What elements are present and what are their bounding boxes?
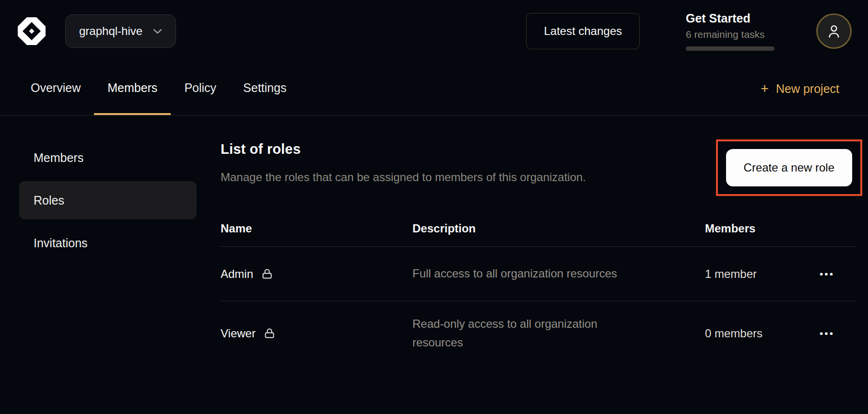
page-subtitle: Manage the roles that can be assigned to…	[221, 171, 586, 184]
sidebar-item-members-label: Members	[34, 151, 83, 165]
row-menu-button[interactable]: •••	[818, 268, 856, 280]
user-menu-button[interactable]	[816, 13, 852, 49]
roles-heading-block: List of roles Manage the roles that can …	[221, 134, 586, 184]
sidebar-item-invitations[interactable]: Invitations	[19, 224, 197, 262]
tab-settings-label: Settings	[243, 81, 286, 95]
column-header-description: Description	[412, 222, 705, 235]
get-started-progress-bar	[686, 46, 774, 51]
plus-icon: +	[761, 82, 769, 96]
chevron-down-icon	[153, 29, 162, 34]
get-started-widget[interactable]: Get Started 6 remaining tasks	[686, 12, 778, 51]
get-started-remaining-tasks: 6 remaining tasks	[686, 29, 778, 40]
hive-logo[interactable]	[16, 16, 47, 46]
tab-overview[interactable]: Overview	[17, 62, 94, 115]
table-row-admin: Admin Full access to all organization re…	[221, 247, 856, 301]
annotation-highlight-box: Create a new role	[716, 139, 862, 196]
org-selector-label: graphql-hive	[79, 24, 142, 38]
members-subnav: Members Roles Invitations	[19, 115, 197, 414]
top-bar: graphql-hive Latest changes Get Started …	[0, 0, 868, 62]
sidebar-item-roles-label: Roles	[34, 194, 64, 207]
tab-policy-label: Policy	[184, 81, 216, 95]
role-name: Viewer	[221, 327, 256, 340]
lock-icon	[261, 268, 273, 280]
latest-changes-button[interactable]: Latest changes	[526, 13, 640, 49]
tab-settings[interactable]: Settings	[230, 62, 300, 115]
roles-table: Name Description Members Admin Full acce…	[221, 210, 856, 365]
create-role-button[interactable]: Create a new role	[726, 149, 852, 186]
org-selector-dropdown[interactable]: graphql-hive	[65, 14, 176, 48]
sidebar-item-roles[interactable]: Roles	[19, 181, 197, 219]
new-project-button[interactable]: + New project	[761, 82, 839, 96]
tab-members-label: Members	[107, 81, 157, 95]
user-icon	[825, 23, 843, 40]
get-started-title: Get Started	[686, 12, 778, 25]
new-project-label: New project	[776, 82, 839, 96]
tab-members[interactable]: Members	[94, 62, 171, 115]
tab-policy[interactable]: Policy	[171, 62, 230, 115]
sidebar-item-members[interactable]: Members	[19, 138, 197, 177]
tab-overview-label: Overview	[31, 81, 81, 95]
role-description: Full access to all organization resource…	[412, 264, 638, 283]
column-header-members: Members	[705, 222, 818, 235]
content-area: Members Roles Invitations List of roles …	[0, 115, 868, 414]
org-tabs: Overview Members Policy Settings + New p…	[0, 62, 868, 115]
role-name: Admin	[221, 267, 253, 281]
role-description: Read-only access to all organization res…	[412, 315, 638, 352]
page-title: List of roles	[221, 141, 586, 157]
role-member-count: 1 member	[705, 267, 818, 281]
column-header-name: Name	[221, 222, 412, 235]
roles-panel: List of roles Manage the roles that can …	[221, 115, 856, 414]
role-member-count: 0 members	[705, 327, 818, 340]
table-row-viewer: Viewer Read-only access to all organizat…	[221, 301, 856, 365]
sidebar-item-invitations-label: Invitations	[34, 236, 88, 250]
hive-logo-icon	[16, 16, 47, 46]
roles-table-header: Name Description Members	[221, 210, 856, 247]
lock-icon	[264, 328, 275, 339]
row-menu-button[interactable]: •••	[818, 328, 856, 339]
